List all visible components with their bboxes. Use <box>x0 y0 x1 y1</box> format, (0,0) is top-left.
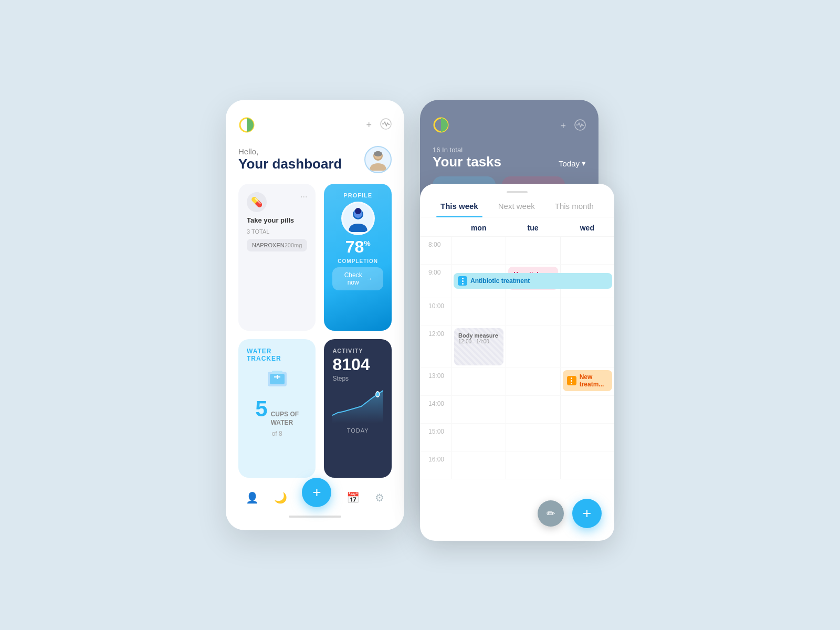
cell-mon-16 <box>452 452 506 479</box>
tabs-row: This week Next week This month <box>420 193 614 217</box>
phone-home-bar <box>289 516 341 518</box>
cal-row-10: 10:00 <box>420 298 614 326</box>
tab-this-month[interactable]: This month <box>551 202 598 217</box>
cell-wed-14 <box>560 396 614 423</box>
nav-settings-icon[interactable]: ⚙ <box>375 491 384 504</box>
water-number: 5 <box>255 396 267 422</box>
right-activity-icon[interactable] <box>574 119 586 133</box>
water-tracker-card: WATER TRACKER 5 CUPS OF WATER <box>238 339 316 478</box>
today-dropdown[interactable]: Today▾ <box>559 159 586 168</box>
bottom-nav: 👤 🌙 + 📅 ⚙ <box>238 478 392 507</box>
calendar-body: 8:00 9:00 Hospital stay <box>420 237 614 499</box>
svg-point-13 <box>376 392 380 397</box>
body-measure-time: 12:00 - 14:00 <box>458 339 499 344</box>
nav-person-icon[interactable]: 👤 <box>246 491 259 504</box>
time-8: 8:00 <box>420 237 452 248</box>
day-wed: wed <box>560 224 614 232</box>
phone-right-container: + 16 In total Your tasks Today▾ <box>420 100 614 530</box>
time-15: 15:00 <box>420 424 452 435</box>
cell-tue-16 <box>506 452 560 479</box>
cal-row-8: 8:00 <box>420 237 614 265</box>
tab-next-week[interactable]: Next week <box>494 202 539 217</box>
nav-moon-icon[interactable]: 🌙 <box>274 491 287 504</box>
profile-label: PROFILE <box>343 192 372 198</box>
greeting-section: Hello, Your dashboard <box>238 146 392 173</box>
activity-chart <box>332 386 383 423</box>
pills-card: 💊 ··· Take your pills 3 TOTAL NAPROXEN 2… <box>238 184 316 331</box>
activity-card: ACTIVITY 8104 Steps TODAY <box>324 339 392 478</box>
day-mon: mon <box>452 224 506 232</box>
svg-rect-10 <box>272 371 282 374</box>
add-icon[interactable]: + <box>366 120 372 131</box>
cell-wed-10 <box>560 298 614 326</box>
pill-badge: NAPROXEN 200mg <box>247 239 307 251</box>
medication-name: NAPROXEN <box>252 242 285 248</box>
check-now-button[interactable]: Check now → <box>332 267 383 290</box>
cell-mon-10 <box>452 298 506 326</box>
app-logo-right <box>433 117 449 135</box>
time-16: 16:00 <box>420 452 452 463</box>
edit-fab-button[interactable]: ✏ <box>538 500 564 527</box>
cups-of-label: CUPS OF <box>271 411 299 419</box>
nav-fab-button[interactable]: + <box>302 478 331 507</box>
add-fab-button[interactable]: + <box>572 499 602 528</box>
pills-menu[interactable]: ··· <box>300 192 307 202</box>
medication-dosage: 200mg <box>285 242 302 248</box>
event-new-treatment[interactable]: New treatm... <box>563 370 612 391</box>
tab-this-week[interactable]: This week <box>436 202 482 217</box>
app-logo <box>238 117 255 133</box>
calendar-fabs: ✏ + <box>538 499 602 528</box>
cell-mon-15 <box>452 424 506 451</box>
event-antibiotic[interactable]: Antibiotic treatment <box>454 273 612 289</box>
day-tue: tue <box>506 224 560 232</box>
phone-left: + Hello, Your dashboard <box>226 100 404 530</box>
event-body-measure[interactable]: Body measure 12:00 - 14:00 <box>454 328 503 365</box>
phone-left-header: + <box>238 117 392 133</box>
water-icon <box>265 365 290 393</box>
cell-mon-8 <box>452 237 506 264</box>
event-antibiotic-overlay: Antibiotic treatment <box>452 273 614 289</box>
cal-row-16: 16:00 <box>420 452 614 479</box>
header-icons: + <box>366 118 392 132</box>
tasks-header: + <box>433 117 586 135</box>
dashboard-title: Your dashboard <box>238 156 342 172</box>
activity-icon[interactable] <box>380 118 392 132</box>
activity-steps: 8104 <box>332 356 383 373</box>
cell-wed-8 <box>560 237 614 264</box>
cell-tue-8 <box>506 237 560 264</box>
nav-calendar-icon[interactable]: 📅 <box>346 491 360 504</box>
cell-wed-15 <box>560 424 614 451</box>
cal-row-15: 15:00 <box>420 424 614 452</box>
cards-grid: 💊 ··· Take your pills 3 TOTAL NAPROXEN 2… <box>238 184 392 478</box>
body-measure-title: Body measure <box>458 332 499 339</box>
activity-steps-label: Steps <box>332 375 383 382</box>
right-add-icon[interactable]: + <box>560 121 566 132</box>
tasks-total: 16 In total <box>433 146 586 154</box>
activity-today: TODAY <box>332 427 383 434</box>
calendar-sheet: This week Next week This month mon tue w… <box>420 184 614 541</box>
pills-subtitle: 3 TOTAL <box>247 228 307 235</box>
cell-tue-14 <box>506 396 560 423</box>
cal-row-13: 13:00 New treatm... <box>420 368 614 396</box>
activity-label: ACTIVITY <box>332 348 383 354</box>
profile-percentage: 78% <box>345 238 371 255</box>
time-12: 12:00 <box>420 326 452 338</box>
calendar-container: mon tue wed 8:00 9:00 <box>420 217 614 510</box>
cell-wed-12 <box>560 326 614 368</box>
profile-card: PROFILE 78% COMPLETION Check now → <box>324 184 392 331</box>
user-avatar[interactable] <box>364 146 392 173</box>
screen-container: + Hello, Your dashboard <box>205 79 635 551</box>
pills-title: Take your pills <box>247 216 307 224</box>
cal-row-14: 14:00 <box>420 396 614 424</box>
svg-point-4 <box>374 151 382 156</box>
time-10: 10:00 <box>420 298 452 310</box>
cell-mon-13 <box>452 368 506 395</box>
hello-text: Hello, <box>238 147 342 156</box>
calendar-header: mon tue wed <box>420 217 614 237</box>
cell-tue-13 <box>506 368 560 395</box>
cell-tue-10 <box>506 298 560 326</box>
tasks-title: Your tasks <box>433 154 501 170</box>
time-14: 14:00 <box>420 396 452 407</box>
cell-tue-15 <box>506 424 560 451</box>
cell-wed-16 <box>560 452 614 479</box>
